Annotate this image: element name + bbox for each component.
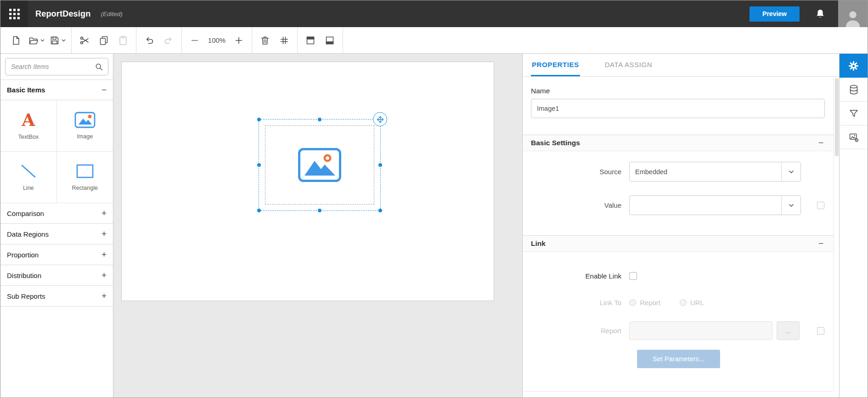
search-icon[interactable] <box>95 63 103 71</box>
report-expression-checkbox[interactable] <box>817 327 824 335</box>
header-toggle-button[interactable] <box>301 31 320 50</box>
section-label: Comparison <box>7 210 44 217</box>
app-header: ReportDesign (Edited) Preview <box>0 0 868 27</box>
image-element-bounds[interactable] <box>265 125 374 205</box>
resize-handle-top[interactable] <box>318 118 321 121</box>
resize-handle-bottom[interactable] <box>318 209 321 212</box>
report-field-label: Report <box>523 327 629 335</box>
url-radio[interactable] <box>680 299 687 306</box>
link-to-url-option[interactable]: URL <box>680 299 704 307</box>
expand-icon[interactable]: + <box>101 229 107 239</box>
save-report-button[interactable] <box>47 31 68 50</box>
link-to-report-option[interactable]: Report <box>629 299 660 307</box>
resize-handle-left[interactable] <box>257 163 261 167</box>
set-parameters-button[interactable]: Set Parameters... <box>637 350 720 368</box>
resize-handle-bottom-left[interactable] <box>257 209 261 212</box>
item-line[interactable]: Line <box>0 152 57 203</box>
resize-handle-top-left[interactable] <box>257 118 261 121</box>
open-folder-icon <box>28 35 39 46</box>
enable-link-checkbox[interactable] <box>629 272 637 280</box>
section-sub-reports[interactable]: Sub Reports + <box>0 286 113 307</box>
trash-icon <box>259 35 271 46</box>
filter-panel-button[interactable] <box>840 102 868 125</box>
plus-icon <box>234 35 244 45</box>
new-report-button[interactable] <box>7 31 25 50</box>
new-file-icon <box>11 35 22 46</box>
horizontal-scrollbar[interactable] <box>523 391 834 398</box>
item-textbox[interactable]: A TextBox <box>0 100 57 152</box>
undo-button[interactable] <box>140 31 158 50</box>
properties-body: Name Basic Settings − Source Embedded <box>523 77 839 391</box>
vertical-scrollbar[interactable] <box>834 77 839 391</box>
section-proportion[interactable]: Proportion + <box>0 244 113 265</box>
link-to-row: Link To Report URL <box>523 297 834 308</box>
app-title: ReportDesign <box>35 9 90 19</box>
open-report-button[interactable] <box>26 31 46 50</box>
redo-icon <box>163 35 174 46</box>
zoom-in-button[interactable] <box>230 31 248 50</box>
source-dropdown[interactable]: Embedded <box>629 162 801 182</box>
zoom-out-button[interactable] <box>186 31 204 50</box>
properties-panel-button[interactable] <box>840 54 868 78</box>
vertical-scrollbar-thumb[interactable] <box>835 78 839 156</box>
expand-icon[interactable]: + <box>101 270 107 280</box>
data-panel-button[interactable] <box>840 78 868 102</box>
cut-button[interactable] <box>75 31 94 50</box>
grid-icon <box>279 35 290 46</box>
name-input[interactable] <box>531 99 825 118</box>
selected-image-element[interactable] <box>259 119 381 211</box>
resize-handle-bottom-right[interactable] <box>378 209 382 212</box>
move-handle[interactable] <box>373 112 387 126</box>
expand-icon[interactable]: + <box>101 208 107 218</box>
section-title: Link <box>531 239 546 248</box>
section-basic-items[interactable]: Basic Items − <box>0 80 113 100</box>
image-settings-panel-button[interactable] <box>840 125 868 149</box>
edited-status: (Edited) <box>101 11 122 17</box>
image-icon <box>74 112 96 128</box>
link-section-header[interactable]: Link − <box>523 235 834 252</box>
design-canvas[interactable] <box>113 54 522 398</box>
item-label: Rectangle <box>72 185 98 191</box>
value-label: Value <box>523 201 629 209</box>
gridlines-toggle-button[interactable] <box>275 31 293 50</box>
item-rectangle[interactable]: Rectangle <box>57 152 113 203</box>
expand-icon[interactable]: + <box>101 291 107 301</box>
section-distribution[interactable]: Distribution + <box>0 265 113 286</box>
source-dropdown-value[interactable]: Embedded <box>630 168 781 176</box>
value-dropdown[interactable] <box>629 195 801 215</box>
report-input[interactable] <box>629 321 772 340</box>
browse-report-button[interactable]: ... <box>777 321 800 340</box>
value-dropdown-button[interactable] <box>781 196 800 215</box>
collapse-icon[interactable]: − <box>818 138 823 148</box>
resize-handle-right[interactable] <box>378 163 382 167</box>
item-image[interactable]: Image <box>57 100 113 152</box>
collapse-icon[interactable]: − <box>101 85 107 95</box>
redo-button[interactable] <box>159 31 178 50</box>
expand-icon[interactable]: + <box>101 250 107 260</box>
tab-properties[interactable]: PROPERTIES <box>531 54 580 76</box>
report-page[interactable] <box>121 62 494 301</box>
value-expression-checkbox[interactable] <box>817 202 824 209</box>
footer-toggle-button[interactable] <box>321 31 339 50</box>
section-comparison[interactable]: Comparison + <box>0 203 113 224</box>
filter-icon <box>848 108 859 119</box>
page-header-icon <box>305 35 316 46</box>
notifications-button[interactable] <box>814 8 826 20</box>
copy-button[interactable] <box>95 31 113 50</box>
properties-panel: PROPERTIES DATA ASSIGN Name Basic Settin… <box>522 54 839 398</box>
delete-button[interactable] <box>256 31 274 50</box>
section-title: Basic Settings <box>531 139 580 147</box>
section-data-regions[interactable]: Data Regions + <box>0 224 113 244</box>
avatar[interactable] <box>838 0 868 27</box>
search-input[interactable] <box>11 63 95 70</box>
history-group <box>136 27 181 53</box>
source-dropdown-button[interactable] <box>781 162 800 181</box>
preview-button[interactable]: Preview <box>750 6 800 22</box>
paste-button[interactable] <box>114 31 132 50</box>
basic-settings-section-header[interactable]: Basic Settings − <box>523 135 834 151</box>
enable-link-label: Enable Link <box>523 272 629 280</box>
app-menu-button[interactable] <box>0 0 28 27</box>
report-radio[interactable] <box>629 299 636 306</box>
tab-data-assign[interactable]: DATA ASSIGN <box>604 54 654 76</box>
collapse-icon[interactable]: − <box>818 239 823 249</box>
